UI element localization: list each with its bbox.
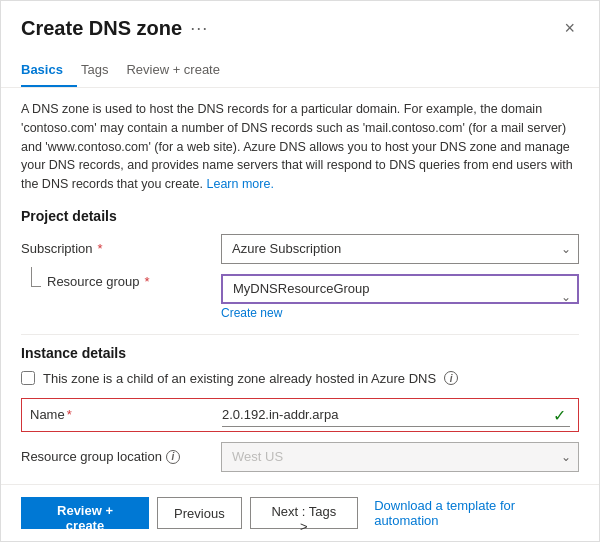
panel-title: Create DNS zone: [21, 17, 182, 40]
child-zone-label: This zone is a child of an existing zone…: [43, 371, 436, 386]
name-row: Name * ✓: [21, 398, 579, 432]
subscription-required: *: [98, 241, 103, 256]
location-select-wrap: West US ⌄: [221, 442, 579, 472]
learn-more-link[interactable]: Learn more.: [207, 177, 274, 191]
name-input-wrap: ✓: [222, 403, 570, 427]
location-select[interactable]: West US: [221, 442, 579, 472]
close-button[interactable]: ×: [560, 18, 579, 39]
location-info-icon[interactable]: i: [166, 450, 180, 464]
child-zone-checkbox[interactable]: [21, 371, 35, 385]
review-create-button[interactable]: Review + create: [21, 497, 149, 529]
subscription-control: Azure Subscription ⌄: [221, 234, 579, 264]
section-separator: [21, 334, 579, 335]
panel-menu-dots[interactable]: ···: [190, 18, 208, 39]
download-template-link[interactable]: Download a template for automation: [374, 498, 579, 528]
instance-details-title: Instance details: [21, 345, 579, 361]
name-input[interactable]: [222, 403, 570, 427]
resource-group-row: Resource group * MyDNSResourceGroup ⌄ Cr…: [21, 274, 579, 320]
previous-button[interactable]: Previous: [157, 497, 242, 529]
rg-required: *: [145, 274, 150, 289]
child-zone-row: This zone is a child of an existing zone…: [21, 371, 579, 386]
location-label: Resource group location i: [21, 449, 221, 464]
subscription-label: Subscription *: [21, 241, 221, 256]
create-dns-zone-panel: Create DNS zone ··· × Basics Tags Review…: [0, 0, 600, 542]
name-checkmark-icon: ✓: [553, 405, 566, 424]
rg-label-area: Resource group *: [21, 274, 221, 289]
create-new-link[interactable]: Create new: [221, 306, 579, 320]
resource-group-select[interactable]: MyDNSResourceGroup: [221, 274, 579, 304]
project-details-section: Project details Subscription * Azure Sub…: [21, 208, 579, 320]
instance-details-section: Instance details This zone is a child of…: [21, 345, 579, 472]
rg-control: MyDNSResourceGroup ⌄ Create new: [221, 274, 579, 320]
description-text: A DNS zone is used to host the DNS recor…: [21, 100, 579, 194]
tab-bar: Basics Tags Review + create: [1, 54, 599, 88]
title-row: Create DNS zone ···: [21, 17, 208, 40]
name-required: *: [67, 407, 72, 422]
panel-body: A DNS zone is used to host the DNS recor…: [1, 88, 599, 484]
rg-label-line: Resource group *: [47, 274, 150, 289]
child-zone-info-icon[interactable]: i: [444, 371, 458, 385]
subscription-select[interactable]: Azure Subscription: [221, 234, 579, 264]
location-row: Resource group location i West US ⌄: [21, 442, 579, 472]
tab-tags[interactable]: Tags: [81, 54, 122, 87]
name-label: Name *: [22, 407, 222, 422]
panel-footer: Review + create Previous Next : Tags > D…: [1, 484, 599, 541]
tab-basics[interactable]: Basics: [21, 54, 77, 87]
project-details-title: Project details: [21, 208, 579, 224]
tab-review-create[interactable]: Review + create: [126, 54, 234, 87]
panel-header: Create DNS zone ··· ×: [1, 1, 599, 50]
subscription-row: Subscription * Azure Subscription ⌄: [21, 234, 579, 264]
next-button[interactable]: Next : Tags >: [250, 497, 359, 529]
